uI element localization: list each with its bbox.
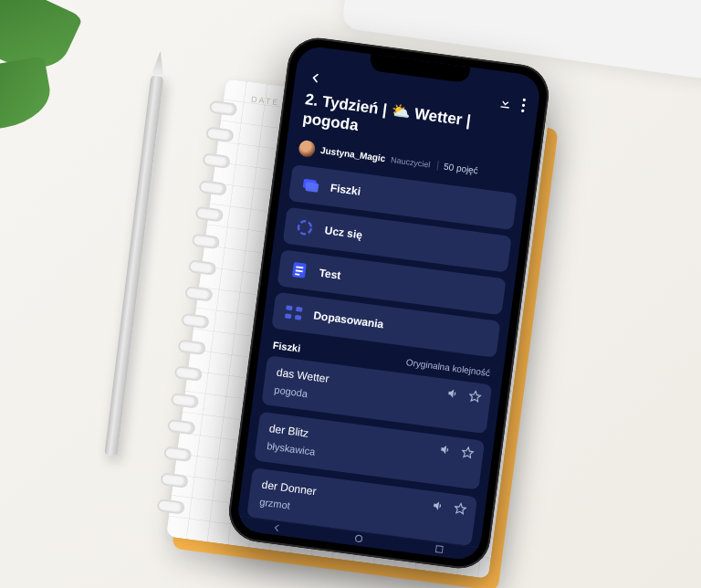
svg-rect-4 bbox=[305, 182, 319, 193]
audio-icon[interactable] bbox=[432, 499, 446, 513]
nav-recent-icon[interactable] bbox=[434, 543, 445, 555]
svg-marker-14 bbox=[469, 390, 481, 402]
author-role: Nauczyciel bbox=[391, 154, 431, 169]
mode-label: Ucz się bbox=[324, 224, 363, 241]
avatar bbox=[298, 139, 316, 157]
audio-icon[interactable] bbox=[439, 442, 454, 457]
learn-icon bbox=[295, 217, 315, 237]
more-icon[interactable] bbox=[521, 98, 527, 112]
author-name: Justyna_Magic bbox=[320, 145, 387, 163]
svg-point-1 bbox=[522, 104, 526, 108]
svg-rect-12 bbox=[285, 313, 292, 319]
plant-leaves bbox=[0, 0, 110, 146]
match-icon bbox=[284, 302, 304, 322]
mode-label: Dopasowania bbox=[313, 309, 385, 331]
flashcards-icon bbox=[300, 174, 320, 194]
term-count: 50 pojęć bbox=[437, 161, 479, 176]
desk-scene: 2. Tydzień | ⛅ Wetter | pogoda Justyna_M… bbox=[0, 0, 701, 588]
svg-rect-18 bbox=[435, 546, 443, 553]
nav-home-icon[interactable] bbox=[351, 531, 366, 546]
section-title: Fiszki bbox=[272, 339, 301, 353]
nav-back-icon[interactable] bbox=[270, 521, 285, 536]
mode-label: Fiszki bbox=[330, 181, 361, 197]
star-icon[interactable] bbox=[468, 389, 483, 404]
test-icon bbox=[289, 259, 309, 279]
svg-marker-15 bbox=[462, 446, 474, 458]
svg-rect-13 bbox=[295, 314, 302, 320]
svg-rect-11 bbox=[296, 306, 303, 311]
svg-point-17 bbox=[355, 535, 362, 542]
svg-point-5 bbox=[298, 220, 312, 235]
mode-label: Test bbox=[319, 266, 341, 281]
star-icon[interactable] bbox=[461, 445, 476, 459]
star-icon[interactable] bbox=[453, 501, 467, 516]
svg-rect-10 bbox=[286, 305, 293, 310]
app-screen: 2. Tydzień | ⛅ Wetter | pogoda Justyna_M… bbox=[235, 45, 542, 562]
svg-marker-16 bbox=[455, 502, 466, 514]
audio-icon[interactable] bbox=[446, 386, 461, 401]
svg-point-0 bbox=[523, 99, 527, 102]
pen bbox=[104, 74, 163, 457]
